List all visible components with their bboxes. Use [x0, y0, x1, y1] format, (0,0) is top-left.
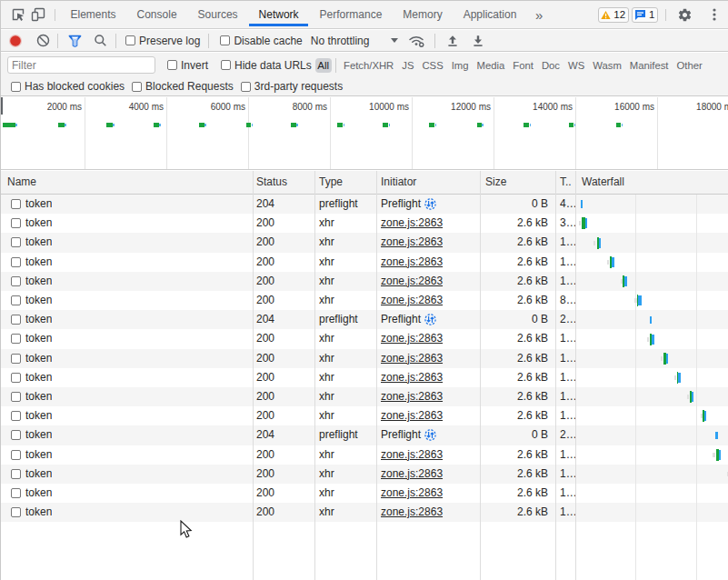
overview-left-handle[interactable] — [1, 97, 3, 115]
column-separator[interactable] — [376, 171, 377, 580]
request-row[interactable]: token200xhrzone.js:28632.6 kB1… — [1, 349, 728, 368]
tab-network[interactable]: Network — [248, 1, 309, 28]
initiator-link[interactable]: zone.js:2863 — [381, 406, 443, 425]
network-overview-timeline[interactable]: 2000 ms4000 ms6000 ms8000 ms10000 ms1200… — [1, 97, 728, 170]
filter-type-all[interactable]: All — [315, 58, 332, 73]
blocked-requests-checkbox[interactable] — [132, 82, 142, 92]
request-row[interactable]: token200xhrzone.js:28632.6 kB1… — [1, 253, 728, 272]
filter-toggle-button[interactable] — [64, 30, 85, 52]
request-row-checkbox[interactable] — [11, 373, 21, 383]
request-row[interactable]: token200xhrzone.js:28632.6 kB1… — [1, 445, 728, 465]
clear-network-log-button[interactable] — [32, 30, 54, 52]
column-header-waterfall[interactable]: Waterfall — [582, 171, 624, 194]
filter-type-fetch-xhr[interactable]: Fetch/XHR — [340, 58, 398, 73]
column-header-size[interactable]: Size — [485, 171, 506, 194]
filter-type-wasm[interactable]: Wasm — [589, 58, 626, 73]
request-row-checkbox[interactable] — [11, 315, 21, 325]
request-row[interactable]: token200xhrzone.js:28632.6 kB1… — [1, 465, 728, 484]
request-row-checkbox[interactable] — [11, 392, 21, 402]
initiator-link[interactable]: zone.js:2863 — [381, 253, 443, 272]
request-row-checkbox[interactable] — [11, 237, 21, 247]
import-har-button[interactable] — [442, 30, 464, 52]
initiator-link[interactable]: zone.js:2863 — [381, 465, 443, 484]
warnings-badge[interactable]: 12 — [598, 7, 629, 23]
throttling-select[interactable]: No throttling — [311, 35, 399, 47]
column-header-t[interactable]: T.. — [560, 171, 572, 194]
tab-sources[interactable]: Sources — [187, 1, 248, 28]
request-row-checkbox[interactable] — [11, 295, 21, 305]
column-separator[interactable] — [555, 171, 556, 580]
column-header-type[interactable]: Type — [319, 171, 343, 194]
request-row[interactable]: token200xhrzone.js:28632.6 kB1… — [1, 503, 728, 522]
request-row[interactable]: token200xhrzone.js:28632.6 kB1… — [1, 329, 728, 348]
filter-type-css[interactable]: CSS — [418, 58, 447, 73]
search-button[interactable] — [89, 30, 111, 52]
toggle-device-toolbar-button[interactable] — [26, 3, 50, 26]
request-row-checkbox[interactable] — [11, 218, 21, 228]
initiator-link[interactable]: zone.js:2863 — [381, 291, 443, 310]
devtools-menu-button[interactable] — [703, 3, 726, 26]
request-row-checkbox[interactable] — [11, 469, 21, 479]
tab-application[interactable]: Application — [453, 1, 527, 28]
filter-type-media[interactable]: Media — [473, 58, 509, 73]
request-row[interactable]: token204preflightPreflight0 B2… — [1, 310, 728, 329]
filter-type-font[interactable]: Font — [509, 58, 538, 73]
initiator-link[interactable]: zone.js:2863 — [381, 387, 443, 406]
initiator-link[interactable]: zone.js:2863 — [381, 445, 443, 465]
initiator-link[interactable]: zone.js:2863 — [381, 503, 443, 522]
request-row[interactable]: token200xhrzone.js:28632.6 kB1… — [1, 484, 728, 503]
issues-badge[interactable]: 1 — [632, 7, 658, 23]
tab-memory[interactable]: Memory — [393, 1, 453, 28]
column-separator[interactable] — [480, 171, 481, 580]
initiator-link[interactable]: zone.js:2863 — [381, 484, 443, 503]
column-header-name[interactable]: Name — [7, 171, 36, 194]
request-row[interactable]: token204preflightPreflight0 B2… — [1, 425, 728, 445]
column-separator[interactable] — [575, 171, 576, 580]
disable-cache-checkbox[interactable] — [220, 35, 230, 45]
initiator-link[interactable]: zone.js:2863 — [381, 272, 443, 291]
filter-type-img[interactable]: Img — [447, 58, 473, 73]
hide-data-urls-checkbox[interactable] — [221, 60, 231, 70]
initiator-link[interactable]: zone.js:2863 — [381, 233, 443, 252]
preserve-log-checkbox[interactable] — [125, 35, 135, 45]
initiator-link[interactable]: zone.js:2863 — [381, 349, 443, 368]
request-row[interactable]: token200xhrzone.js:28632.6 kB1… — [1, 233, 728, 252]
column-header-initiator[interactable]: Initiator — [381, 171, 416, 194]
third-party-requests-checkbox[interactable] — [241, 82, 251, 92]
request-row[interactable]: token200xhrzone.js:28632.6 kB8… — [1, 291, 728, 310]
tab-elements[interactable]: Elements — [60, 1, 126, 28]
request-row[interactable]: token200xhrzone.js:28632.6 kB1… — [1, 368, 728, 387]
request-row[interactable]: token200xhrzone.js:28632.6 kB1… — [1, 272, 728, 291]
export-har-button[interactable] — [467, 30, 489, 52]
filter-input[interactable] — [7, 56, 155, 74]
initiator-link[interactable]: zone.js:2863 — [381, 214, 443, 233]
filter-type-manifest[interactable]: Manifest — [625, 58, 673, 73]
request-row-checkbox[interactable] — [11, 354, 21, 364]
request-row-checkbox[interactable] — [11, 276, 21, 286]
request-row-checkbox[interactable] — [11, 334, 21, 344]
filter-type-ws[interactable]: WS — [564, 58, 589, 73]
column-separator[interactable] — [314, 171, 315, 580]
has-blocked-cookies-checkbox[interactable] — [11, 82, 21, 92]
request-row-checkbox[interactable] — [11, 199, 21, 209]
request-row-checkbox[interactable] — [11, 430, 21, 440]
settings-button[interactable] — [673, 3, 696, 26]
initiator-link[interactable]: zone.js:2863 — [381, 368, 443, 387]
filter-type-doc[interactable]: Doc — [537, 58, 563, 73]
request-row[interactable]: token200xhrzone.js:28632.6 kB1… — [1, 387, 728, 406]
tab-console[interactable]: Console — [126, 1, 187, 28]
filter-type-other[interactable]: Other — [673, 58, 706, 73]
request-row-checkbox[interactable] — [11, 257, 21, 267]
request-row-checkbox[interactable] — [11, 507, 21, 517]
tab-performance[interactable]: Performance — [309, 1, 393, 28]
more-tabs-button[interactable]: » — [528, 7, 550, 23]
request-row[interactable]: token200xhrzone.js:28632.6 kB3… — [1, 214, 728, 233]
request-row-checkbox[interactable] — [11, 450, 21, 460]
filter-type-js[interactable]: JS — [398, 58, 418, 73]
network-conditions-button[interactable] — [405, 30, 427, 52]
request-row-checkbox[interactable] — [11, 411, 21, 421]
request-row-checkbox[interactable] — [11, 488, 21, 498]
column-separator[interactable] — [253, 171, 254, 580]
invert-checkbox[interactable] — [167, 60, 177, 70]
column-header-status[interactable]: Status — [256, 171, 287, 194]
